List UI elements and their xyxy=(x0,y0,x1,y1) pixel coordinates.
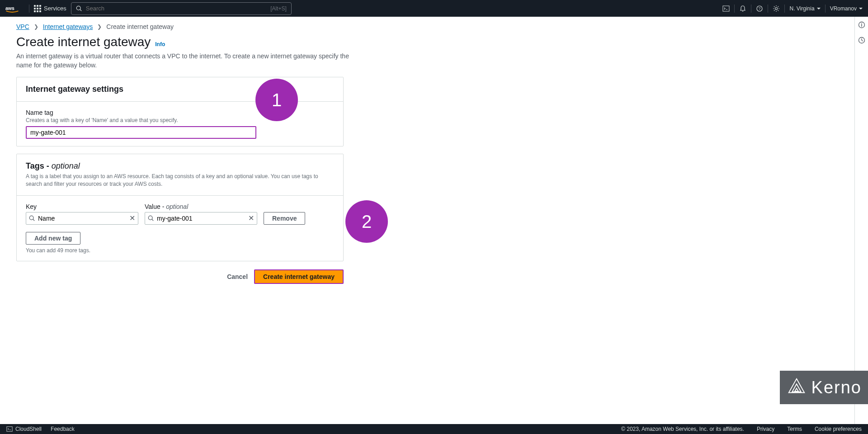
tags-header: Tags - optional A tag is a label that yo… xyxy=(17,154,343,195)
grid-icon xyxy=(34,5,41,12)
help-icon[interactable]: ? xyxy=(756,5,763,12)
svg-text:i: i xyxy=(861,23,862,28)
annotation-2: 2 xyxy=(345,200,388,243)
tag-limit-text: You can add 49 more tags. xyxy=(26,247,334,254)
privacy-link[interactable]: Privacy xyxy=(757,426,774,432)
footer: CloudShell Feedback © 2023, Amazon Web S… xyxy=(0,424,868,434)
settings-panel: Internet gateway settings Name tag Creat… xyxy=(16,77,344,146)
feedback-link[interactable]: Feedback xyxy=(51,426,75,432)
services-button[interactable]: Services xyxy=(34,5,66,12)
region-selector[interactable]: N. Virginia xyxy=(789,5,820,12)
remove-tag-button[interactable]: Remove xyxy=(264,212,305,225)
search-shortcut: [Alt+S] xyxy=(270,5,287,12)
search-input[interactable] xyxy=(86,5,270,12)
search-icon xyxy=(148,215,154,222)
top-nav: aws Services [Alt+S] ? N. Virginia VRoma… xyxy=(0,0,868,17)
create-button[interactable]: Create internet gateway xyxy=(254,269,344,284)
watermark: Kerno xyxy=(780,371,868,404)
page-title-row: Create internet gateway Info xyxy=(16,35,852,49)
name-tag-hint: Creates a tag with a key of 'Name' and a… xyxy=(26,117,334,123)
svg-line-2 xyxy=(80,9,82,11)
clear-icon[interactable]: ✕ xyxy=(129,214,135,222)
search-icon xyxy=(76,5,82,12)
right-rail: i xyxy=(854,17,868,424)
user-label: VRomanov xyxy=(830,5,857,12)
chevron-right-icon: ❯ xyxy=(97,24,102,30)
aws-logo[interactable]: aws xyxy=(5,5,19,13)
svg-text:?: ? xyxy=(759,6,761,11)
svg-text:aws: aws xyxy=(5,5,14,11)
divider xyxy=(751,5,751,13)
divider xyxy=(825,5,826,13)
tags-title: Tags - optional xyxy=(26,161,334,171)
kerno-logo-icon xyxy=(786,377,807,398)
watermark-text: Kerno xyxy=(811,378,862,397)
add-tag-button[interactable]: Add new tag xyxy=(26,232,80,245)
chevron-right-icon: ❯ xyxy=(34,24,38,30)
tags-body: Key ✕ Value - optional ✕ Remove xyxy=(17,195,343,261)
action-row: Cancel Create internet gateway xyxy=(16,269,344,284)
page-description: An internet gateway is a virtual router … xyxy=(16,52,360,70)
main-content: VPC ❯ Internet gateways ❯ Create interne… xyxy=(0,17,868,290)
search-icon xyxy=(29,215,35,222)
svg-rect-14 xyxy=(7,427,12,432)
breadcrumb-igw[interactable]: Internet gateways xyxy=(43,23,93,30)
divider xyxy=(734,5,735,13)
annotation-1: 1 xyxy=(255,79,298,121)
name-tag-input[interactable] xyxy=(26,126,256,139)
tags-description: A tag is a label that you assign to an A… xyxy=(26,173,334,188)
info-link[interactable]: Info xyxy=(155,41,165,47)
region-label: N. Virginia xyxy=(789,5,814,12)
chevron-down-icon xyxy=(817,8,821,9)
breadcrumb: VPC ❯ Internet gateways ❯ Create interne… xyxy=(16,23,852,30)
tag-key-input-wrap[interactable]: ✕ xyxy=(26,212,138,225)
tag-row: Key ✕ Value - optional ✕ Remove xyxy=(26,203,334,225)
tag-value-input-wrap[interactable]: ✕ xyxy=(145,212,257,225)
tags-panel: Tags - optional A tag is a label that yo… xyxy=(16,154,344,261)
breadcrumb-vpc[interactable]: VPC xyxy=(16,23,29,30)
page-title: Create internet gateway xyxy=(16,35,151,49)
divider xyxy=(768,5,768,13)
cancel-button[interactable]: Cancel xyxy=(227,273,248,280)
svg-line-10 xyxy=(152,219,154,221)
tag-key-input[interactable] xyxy=(38,215,127,222)
info-icon[interactable]: i xyxy=(858,21,865,30)
svg-point-6 xyxy=(775,7,778,9)
cookies-link[interactable]: Cookie preferences xyxy=(815,426,862,432)
search-box[interactable]: [Alt+S] xyxy=(71,2,292,15)
cloudshell-icon[interactable] xyxy=(722,5,730,12)
services-label: Services xyxy=(44,5,66,12)
cloudshell-icon xyxy=(6,426,13,432)
divider xyxy=(29,5,29,13)
gear-icon[interactable] xyxy=(773,5,780,12)
key-column-label: Key xyxy=(26,203,138,210)
chevron-down-icon xyxy=(859,8,863,9)
copyright: © 2023, Amazon Web Services, Inc. or its… xyxy=(621,426,744,432)
clear-icon[interactable]: ✕ xyxy=(248,214,254,222)
value-column-label: Value - optional xyxy=(145,203,257,210)
svg-rect-3 xyxy=(723,6,729,11)
terms-link[interactable]: Terms xyxy=(787,426,802,432)
cloudshell-button[interactable]: CloudShell xyxy=(6,426,42,432)
bell-icon[interactable] xyxy=(739,5,746,12)
user-menu[interactable]: VRomanov xyxy=(830,5,863,12)
divider xyxy=(784,5,785,13)
breadcrumb-current: Create internet gateway xyxy=(106,23,174,30)
tag-value-input[interactable] xyxy=(157,215,245,222)
clock-icon[interactable] xyxy=(858,37,865,46)
svg-line-8 xyxy=(33,219,35,221)
